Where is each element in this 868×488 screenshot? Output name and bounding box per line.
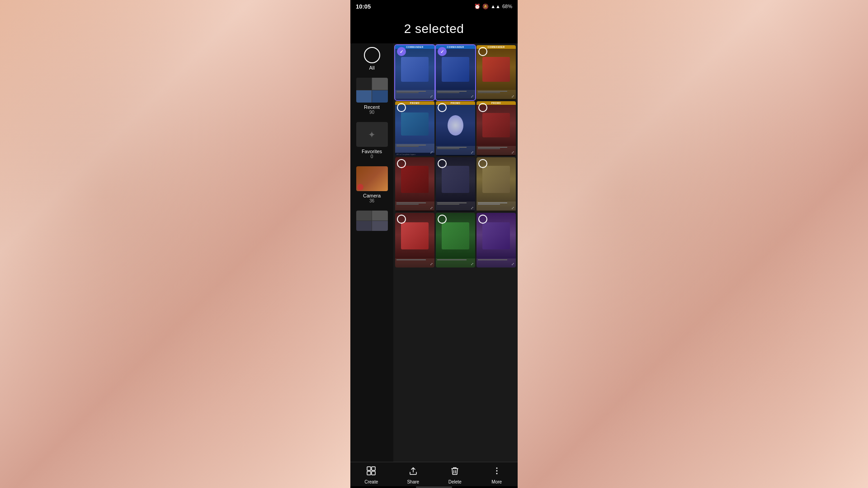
card-bottom: [476, 155, 516, 156]
expand-icon: ⤢: [430, 150, 433, 155]
more-icon: [492, 466, 502, 478]
status-time: 10:05: [356, 3, 371, 10]
sidebar-item-camera[interactable]: Camera 36: [350, 163, 393, 207]
mute-icon: 🔕: [482, 4, 489, 9]
nav-create-label: Create: [364, 479, 378, 484]
card-item[interactable]: ⤢: [395, 157, 434, 212]
background-right: [518, 0, 868, 488]
thumb-cell: [372, 211, 388, 221]
all-circle: [364, 47, 380, 63]
status-bar: 10:05 ⏰ 🔕 ▲▲ 68%: [350, 0, 518, 13]
card-item[interactable]: ⤢: [476, 213, 516, 267]
share-icon: [408, 466, 418, 478]
thumb-cell: [356, 221, 372, 231]
card-text: [395, 202, 434, 211]
thumb-cell: [356, 211, 372, 221]
nav-share[interactable]: Share: [392, 466, 434, 484]
battery-icon: 68%: [502, 4, 512, 9]
expand-icon: ⤢: [471, 262, 474, 266]
selection-circle[interactable]: [478, 47, 487, 56]
card-item[interactable]: ⤢: [436, 213, 475, 267]
selection-circle[interactable]: [438, 103, 447, 112]
expand-icon: ⤢: [471, 206, 474, 210]
bottom-nav: Create Share Delete: [350, 462, 518, 486]
nav-delete[interactable]: Delete: [434, 466, 476, 484]
selection-circle[interactable]: [397, 47, 406, 56]
selection-circle[interactable]: [478, 103, 487, 112]
signal-icon: ▲▲: [491, 4, 500, 9]
nav-share-label: Share: [407, 479, 419, 484]
expand-icon: ⤢: [471, 150, 474, 155]
sidebar-favorites-count: 0: [371, 154, 373, 159]
sidebar-item-other[interactable]: [350, 207, 393, 236]
card-text: [476, 258, 516, 267]
thumb-cell: [372, 221, 388, 231]
sidebar-recent-count: 90: [369, 110, 374, 115]
status-icons: ⏰ 🔕 ▲▲ 68%: [474, 4, 512, 9]
card-text: [395, 144, 434, 153]
card-item[interactable]: ⤢: [395, 213, 434, 267]
favorites-thumb: ✦: [356, 122, 388, 147]
nav-bar-indicator: [350, 486, 518, 488]
nav-more[interactable]: More: [476, 466, 518, 484]
card-item[interactable]: ⤢: [436, 157, 475, 212]
expand-icon: ⤢: [430, 262, 433, 266]
svg-rect-2: [367, 471, 371, 475]
sidebar: All Recent 90 ✦ Favorites 0: [350, 43, 393, 462]
sidebar-item-favorites[interactable]: ✦ Favorites 0: [350, 118, 393, 163]
svg-point-6: [496, 473, 497, 474]
card-item[interactable]: ⤢: [476, 157, 516, 212]
background-left: [0, 0, 350, 488]
nav-more-label: More: [491, 479, 502, 484]
thumb-cell: [356, 78, 372, 90]
card-item[interactable]: PROMO ⤢: [436, 101, 475, 156]
nav-bar-pill: [416, 487, 452, 488]
selection-circle[interactable]: [438, 159, 447, 168]
svg-point-5: [496, 470, 497, 472]
main-content: All Recent 90 ✦ Favorites 0: [350, 43, 518, 462]
nav-create[interactable]: Create: [350, 466, 392, 484]
card-bottom: [395, 211, 434, 211]
svg-rect-1: [372, 467, 375, 470]
selected-count-label: 2 selected: [358, 22, 510, 36]
nav-delete-label: Delete: [448, 479, 462, 484]
card-bottom: [395, 99, 434, 100]
card-text: [476, 202, 516, 211]
expand-icon: ⤢: [471, 94, 474, 99]
thumb-cell: [372, 78, 388, 90]
card-text: [436, 202, 475, 211]
card-item[interactable]: PROMO ⤢: [476, 101, 516, 156]
other-thumb: [356, 211, 388, 231]
selection-circle[interactable]: [397, 103, 406, 112]
expand-icon: ⤢: [511, 150, 514, 155]
sidebar-recent-label: Recent: [364, 104, 380, 110]
card-text: [476, 90, 516, 99]
card-text: [436, 90, 475, 99]
card-grid: COMMANDER ⤢: [395, 45, 516, 267]
card-item[interactable]: PROMO 4/5 to Complete</span> ⤢: [395, 101, 434, 156]
sidebar-camera-count: 36: [369, 198, 374, 203]
card-text: [395, 258, 434, 267]
sidebar-camera-label: Camera: [363, 193, 381, 198]
thumb-cell: [356, 90, 372, 103]
svg-rect-0: [367, 467, 371, 470]
card-bottom: [476, 99, 516, 100]
card-item[interactable]: COMMANDER ⤢: [436, 45, 475, 100]
card-text: [395, 90, 434, 99]
selection-circle[interactable]: [438, 47, 447, 56]
card-item[interactable]: COMMANDER ⤢: [395, 45, 434, 100]
card-grid-area: COMMANDER ⤢: [393, 43, 518, 462]
card-item[interactable]: COMMANDER ⤢: [476, 45, 516, 100]
sidebar-item-recent[interactable]: Recent 90: [350, 74, 393, 118]
alarm-icon: ⏰: [474, 4, 481, 9]
thumb-cell: [372, 90, 388, 103]
selection-circle[interactable]: [397, 159, 406, 168]
sidebar-all-label: All: [369, 65, 374, 70]
expand-icon: ⤢: [511, 94, 514, 99]
expand-icon: ⤢: [511, 206, 514, 210]
star-icon: ✦: [368, 129, 376, 140]
card-bottom: [436, 99, 475, 100]
card-text: [436, 146, 475, 155]
selection-circle[interactable]: [478, 159, 487, 168]
sidebar-item-all[interactable]: All: [350, 43, 393, 74]
